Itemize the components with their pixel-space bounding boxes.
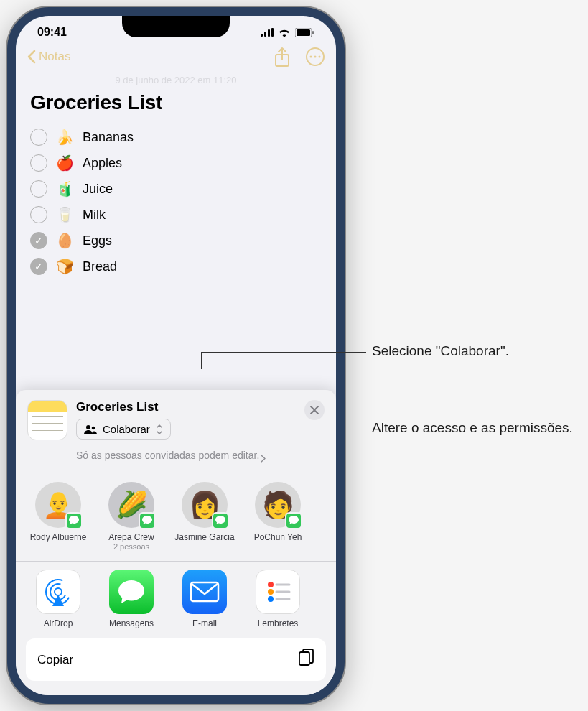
- svg-point-12: [86, 425, 90, 429]
- item-emoji: 🍎: [56, 154, 74, 172]
- note-content: 9 de junho de 2022 em 11:20 Groceries Li…: [16, 72, 336, 294]
- item-emoji: 🍞: [56, 258, 74, 275]
- contact-item[interactable]: 🧑 PoChun Yeh: [247, 482, 309, 551]
- messages-badge-icon: [285, 512, 302, 529]
- chevron-updown-icon: [156, 424, 163, 435]
- people-icon: [84, 424, 97, 434]
- messages-icon: [109, 570, 154, 614]
- svg-point-10: [314, 56, 317, 58]
- callouts: Selecione "Colaborar". Altere o acesso e…: [345, 7, 574, 330]
- phone-screen: 09:41 Notas: [16, 16, 336, 695]
- avatar: 🧑: [255, 482, 301, 528]
- contact-name: Jasmine Garcia: [174, 532, 235, 542]
- list-item[interactable]: 🍎 Apples: [30, 150, 322, 176]
- app-label: AirDrop: [27, 618, 89, 628]
- list-item[interactable]: ✓ 🍞 Bread: [30, 254, 322, 279]
- contact-sub: 2 pessoas: [101, 542, 162, 551]
- list-item[interactable]: ✓ 🥚 Eggs: [30, 228, 322, 254]
- contact-name: Arepa Crew: [101, 532, 162, 542]
- note-title: Groceries List: [30, 91, 322, 114]
- checkbox-icon[interactable]: [30, 129, 47, 146]
- share-icon[interactable]: [274, 47, 293, 66]
- notch: [122, 16, 230, 37]
- contact-item[interactable]: 🧑‍🦲 Rody Albuerne: [27, 482, 89, 551]
- app-airdrop[interactable]: AirDrop: [27, 570, 89, 628]
- checkbox-icon[interactable]: ✓: [30, 232, 47, 249]
- app-messages[interactable]: Mensagens: [101, 570, 162, 628]
- svg-rect-2: [268, 29, 270, 37]
- share-title: Groceries List: [76, 400, 296, 414]
- item-text: Bananas: [83, 130, 134, 145]
- svg-rect-0: [261, 34, 263, 37]
- signal-icon: [261, 28, 274, 37]
- list-item[interactable]: 🧃 Juice: [30, 176, 322, 202]
- item-emoji: 🥚: [56, 232, 74, 249]
- checkbox-icon[interactable]: [30, 206, 47, 223]
- app-reminders[interactable]: Lembretes: [247, 570, 309, 628]
- svg-point-14: [55, 588, 62, 595]
- notes-app-icon: [27, 400, 67, 440]
- contact-item[interactable]: 🌽 Arepa Crew 2 pessoas: [101, 482, 162, 551]
- airdrop-icon: [36, 570, 80, 614]
- callout-line: [201, 352, 202, 369]
- item-text: Apples: [83, 156, 122, 171]
- back-button[interactable]: Notas: [27, 50, 70, 64]
- app-label: Mensagens: [101, 618, 162, 628]
- list-item[interactable]: 🥛 Milk: [30, 202, 322, 228]
- avatar: 👩: [182, 482, 228, 528]
- svg-rect-24: [299, 652, 309, 665]
- svg-point-11: [319, 56, 321, 58]
- svg-point-20: [268, 596, 274, 602]
- permission-link[interactable]: Só as pessoas convidadas podem editar.: [16, 449, 336, 463]
- list-item[interactable]: 🍌 Bananas: [30, 124, 322, 150]
- divider: [16, 561, 336, 562]
- callout-line: [201, 352, 366, 353]
- avatar: 🌽: [108, 482, 154, 528]
- contact-name: PoChun Yeh: [247, 532, 309, 542]
- checklist: 🍌 Bananas 🍎 Apples 🧃 Juice: [30, 124, 322, 279]
- svg-point-13: [92, 426, 95, 429]
- reminders-icon: [256, 570, 300, 614]
- messages-badge-icon: [139, 512, 156, 529]
- copy-label: Copiar: [37, 653, 73, 667]
- collaborate-label: Colaborar: [103, 423, 150, 435]
- collaborate-dropdown[interactable]: Colaborar: [76, 419, 171, 440]
- checkbox-icon[interactable]: [30, 180, 47, 198]
- contact-item[interactable]: 👩 Jasmine Garcia: [174, 482, 235, 551]
- svg-rect-5: [297, 29, 310, 36]
- contact-name: Rody Albuerne: [27, 532, 89, 542]
- callout-text: Selecione "Colaborar".: [372, 342, 509, 361]
- svg-point-19: [268, 589, 274, 595]
- chevron-right-icon: [261, 455, 266, 463]
- item-emoji: 🧃: [56, 180, 74, 198]
- permission-label: Só as pessoas convidadas podem editar.: [76, 449, 259, 463]
- checkbox-icon[interactable]: [30, 154, 47, 172]
- item-text: Milk: [83, 208, 106, 223]
- checkbox-icon[interactable]: ✓: [30, 258, 47, 275]
- note-date: 9 de junho de 2022 em 11:20: [30, 75, 322, 85]
- status-time: 09:41: [37, 26, 67, 39]
- phone-frame: 09:41 Notas: [7, 7, 345, 704]
- close-button[interactable]: [304, 400, 325, 420]
- item-emoji: 🍌: [56, 129, 74, 146]
- copy-icon: [299, 649, 314, 671]
- item-text: Juice: [83, 182, 113, 197]
- copy-button[interactable]: Copiar: [26, 638, 326, 681]
- more-icon[interactable]: [306, 47, 325, 66]
- item-text: Eggs: [83, 233, 112, 248]
- svg-rect-6: [312, 31, 314, 34]
- app-label: Lembretes: [247, 618, 309, 628]
- share-sheet: Groceries List Colaborar Só as pessoas c…: [16, 390, 336, 695]
- item-emoji: 🥛: [56, 206, 74, 223]
- messages-badge-icon: [212, 512, 229, 529]
- svg-point-18: [268, 582, 274, 587]
- svg-point-9: [310, 56, 312, 58]
- back-label: Notas: [39, 50, 70, 64]
- messages-badge-icon: [65, 512, 83, 529]
- battery-icon: [295, 28, 314, 37]
- mail-icon: [182, 570, 227, 614]
- svg-rect-3: [271, 28, 274, 37]
- app-mail[interactable]: E-mail: [174, 570, 235, 628]
- callout-text: Altere o acesso e as permissões.: [372, 419, 573, 437]
- svg-rect-1: [264, 32, 266, 37]
